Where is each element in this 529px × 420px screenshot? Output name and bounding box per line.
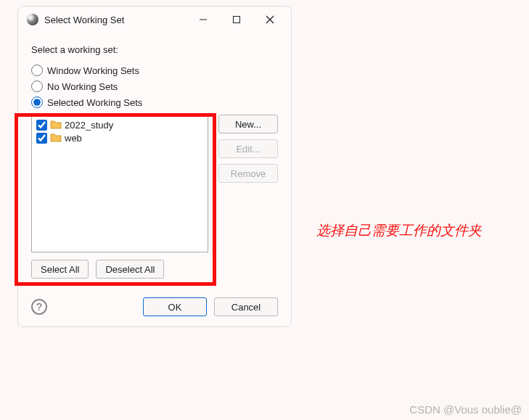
prompt-label: Select a working set:: [31, 44, 278, 55]
ok-button[interactable]: OK: [143, 297, 207, 316]
radio-input[interactable]: [31, 96, 43, 108]
cancel-button[interactable]: Cancel: [214, 297, 278, 316]
remove-button[interactable]: Remove: [218, 164, 278, 183]
new-button[interactable]: New...: [218, 115, 278, 133]
radio-label: Window Working Sets: [47, 65, 139, 76]
close-button[interactable]: [253, 9, 287, 30]
deselect-all-button[interactable]: Deselect All: [96, 260, 164, 279]
dialog-footer: ? OK Cancel: [31, 297, 278, 316]
edit-button[interactable]: Edit...: [218, 139, 278, 158]
radio-no-working-sets[interactable]: No Working Sets: [31, 78, 278, 94]
app-icon: [27, 14, 38, 25]
maximize-button[interactable]: [220, 9, 253, 30]
dialog-body: Select a working set: Window Working Set…: [18, 33, 291, 326]
list-item-label: 2022_study: [65, 120, 113, 131]
select-all-button[interactable]: Select All: [31, 260, 89, 279]
folder-icon: [50, 132, 62, 144]
list-checkbox[interactable]: [36, 133, 47, 144]
dialog-title: Select Working Set: [44, 15, 186, 25]
side-buttons: New... Edit... Remove: [218, 115, 278, 183]
content-row: 2022_study web New... Edit... Remove: [31, 115, 278, 252]
radio-label: No Working Sets: [47, 81, 118, 92]
folder-icon: [50, 119, 62, 131]
annotation-text: 选择自己需要工作的文件夹: [316, 221, 482, 240]
select-working-set-dialog: Select Working Set Select a working set:…: [17, 6, 292, 327]
radio-selected-working-sets[interactable]: Selected Working Sets: [31, 94, 278, 110]
radio-input[interactable]: [31, 65, 43, 76]
help-icon[interactable]: ?: [31, 299, 47, 315]
list-item-label: web: [65, 133, 82, 144]
minimize-button[interactable]: [186, 9, 220, 30]
radio-window-working-sets[interactable]: Window Working Sets: [31, 62, 278, 78]
selection-buttons: Select All Deselect All: [31, 260, 278, 279]
working-sets-listbox[interactable]: 2022_study web: [31, 115, 208, 252]
svg-rect-1: [234, 17, 240, 23]
titlebar: Select Working Set: [18, 7, 291, 33]
radio-input[interactable]: [31, 81, 43, 92]
list-item[interactable]: 2022_study: [35, 118, 205, 131]
radio-label: Selected Working Sets: [47, 97, 142, 108]
list-item[interactable]: web: [35, 131, 205, 144]
watermark: CSDN @Vous oublie@: [409, 403, 522, 416]
list-checkbox[interactable]: [36, 120, 47, 131]
